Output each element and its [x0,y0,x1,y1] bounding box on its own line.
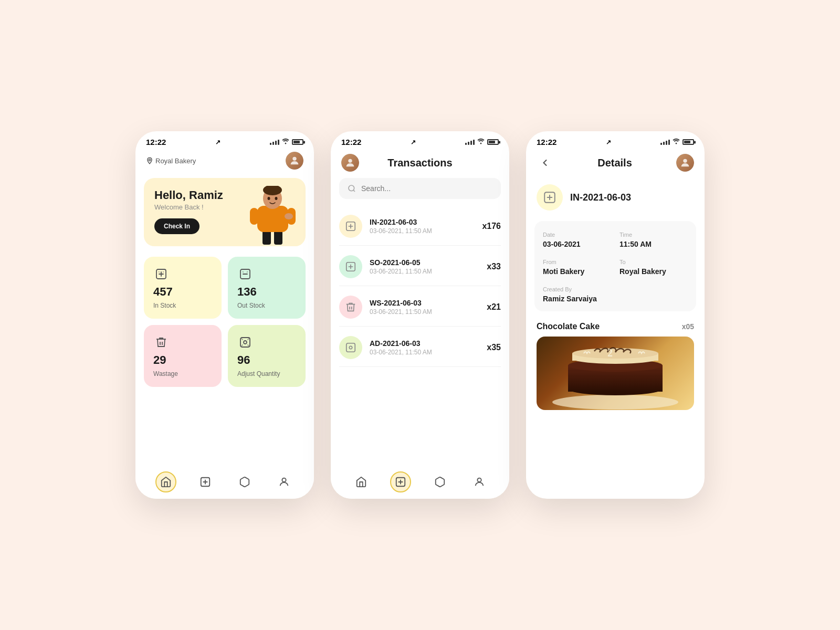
screen-transactions: 12:22 ↗ Transactions [331,131,509,499]
tx-id-2: WS-2021-06-03 [370,299,479,307]
wastage-icon [153,334,169,350]
tx-count-3: x35 [487,343,501,352]
battery-icon-2 [487,139,499,145]
screen-details: 12:22 ↗ Details [526,131,705,499]
location-bar: Royal Bakery [135,150,314,174]
time-value: 11:50 AM [620,240,688,248]
time-2: 12:22 [341,138,361,146]
wastage-number: 29 [153,353,166,367]
detail-transaction-id: IN-2021-06-03 [570,192,631,203]
nav-profile-2[interactable] [469,471,490,492]
stat-card-adjust[interactable]: 96 Adjust Quantity [228,325,306,387]
svg-point-29 [552,395,678,410]
arrow-icon-1: ↗ [215,139,220,146]
field-time: Time 11:50 AM [620,229,688,248]
time-3: 12:22 [537,138,556,146]
battery-icon-1 [292,139,303,145]
tx-date-2: 03-06-2021, 11:50 AM [370,308,479,316]
in-stock-label: In Stock [153,302,176,309]
svg-point-17 [282,478,286,482]
svg-point-27 [683,159,687,163]
field-date: Date 03-06-2021 [543,229,611,248]
field-to: To Royal Bakery [620,257,688,276]
bottom-nav-2 [331,465,509,499]
out-stock-label: Out Stock [237,302,265,309]
tx-date-1: 03-06-2021, 11:50 AM [370,268,479,275]
nav-home-2[interactable] [351,471,372,492]
svg-point-1 [292,157,296,161]
location-text: Royal Bakery [155,157,196,165]
svg-rect-4 [257,206,288,232]
svg-point-0 [149,159,151,161]
svg-point-9 [267,197,270,200]
adjust-icon [237,334,253,350]
status-bar-1: 12:22 ↗ [135,131,314,150]
transaction-item-1[interactable]: SO-2021-06-05 03-06-2021, 11:50 AM x33 [339,248,501,286]
tx-info-1: SO-2021-06-05 03-06-2021, 11:50 AM [370,258,479,275]
from-label: From [543,259,556,265]
tx-date-3: 03-06-2021, 11:50 AM [370,349,479,356]
wifi-icon-1 [282,138,289,146]
tx-date-0: 03-06-2021, 11:50 AM [370,227,475,235]
nav-profile-1[interactable] [274,471,295,492]
stat-card-in-stock[interactable]: 457 In Stock [144,257,222,319]
time-label: Time [620,232,632,238]
detail-info-grid: Date 03-06-2021 Time 11:50 AM From Moti … [543,229,688,303]
nav-transactions-2[interactable] [390,471,411,492]
svg-point-26 [477,478,481,482]
svg-line-20 [353,190,355,192]
to-value: Royal Bakery [620,267,688,276]
nav-inventory-2[interactable] [429,471,450,492]
transaction-item-0[interactable]: IN-2021-06-03 03-06-2021, 11:50 AM x176 [339,207,501,246]
svg-rect-23 [346,343,355,352]
created-by-label: Created By [543,286,572,292]
tx-count-1: x33 [487,262,501,271]
tx-info-0: IN-2021-06-03 03-06-2021, 11:50 AM [370,218,475,235]
hero-card: Hello, Ramiz Welcome Back ! Check In [144,178,306,246]
tx-icon-3 [339,336,362,359]
battery-icon-3 [682,139,694,145]
avatar-transactions[interactable] [341,154,359,172]
signal-icon-1 [270,140,279,145]
avatar-details[interactable] [676,154,694,172]
wastage-label: Wastage [153,370,178,377]
status-icons-2 [465,138,499,146]
svg-point-11 [285,213,293,219]
transaction-item-2[interactable]: WS-2021-06-03 03-06-2021, 11:50 AM x21 [339,288,501,327]
signal-icon-2 [465,140,475,145]
nav-inventory-1[interactable] [234,471,255,492]
detail-tx-icon [537,184,563,211]
back-button[interactable] [537,154,553,171]
svg-point-18 [348,159,352,163]
arrow-icon-3: ↗ [606,139,611,146]
search-bar[interactable] [339,178,501,199]
wifi-icon-2 [477,138,485,146]
from-value: Moti Bakery [543,267,611,276]
stat-card-wastage[interactable]: 29 Wastage [144,325,222,387]
screen-home: 12:22 ↗ Royal Bakery [135,131,314,499]
status-bar-2: 12:22 ↗ [331,131,509,150]
to-label: To [620,259,626,265]
out-stock-icon [237,266,253,282]
cake-svg: 2 [537,337,694,410]
arrow-icon-2: ↗ [411,139,416,146]
detail-id-row: IN-2021-06-03 [526,178,705,217]
bottom-nav-1 [135,465,314,499]
transaction-item-3[interactable]: AD-2021-06-03 03-06-2021, 11:50 AM x35 [339,329,501,367]
tx-icon-1 [339,255,362,278]
stat-card-out-stock[interactable]: 136 Out Stock [228,257,306,319]
hero-person-image [244,183,301,246]
signal-icon-3 [660,140,670,145]
avatar-home[interactable] [286,152,303,170]
nav-home-1[interactable] [155,471,176,492]
tx-count-2: x21 [487,302,501,312]
checkin-button[interactable]: Check In [154,218,200,234]
status-bar-3: 12:22 ↗ [526,131,705,150]
transactions-header: Transactions [331,150,509,178]
status-icons-3 [660,138,694,146]
transaction-list: IN-2021-06-03 03-06-2021, 11:50 AM x176 … [331,207,509,367]
nav-transactions-1[interactable] [195,471,216,492]
search-input[interactable] [361,184,492,193]
svg-point-19 [349,185,354,191]
product-header: Chocolate Cake x05 [537,322,694,331]
